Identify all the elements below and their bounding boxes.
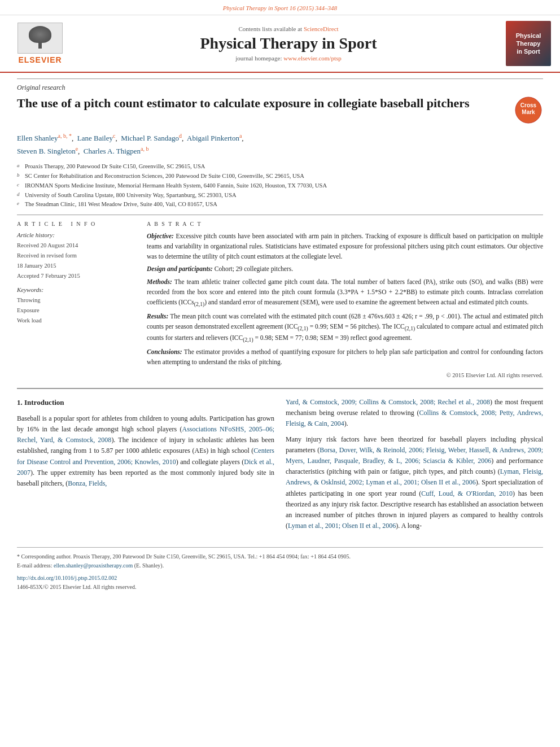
journal-title: Physical Therapy in Sport (77, 34, 500, 53)
article-title-row: The use of a pitch count estimator to ca… (17, 95, 543, 125)
author-abigail-pinkerton: Abigail Pinkerton (187, 134, 239, 142)
ref-link-6[interactable]: Collins & Comstock, 2008; Petty, Andrews… (286, 409, 543, 427)
doi-link[interactable]: http://dx.doi.org/10.1016/j.ptsp.2015.02… (17, 575, 117, 581)
divider-1 (17, 215, 543, 215)
rights-note: 1466-853X/© 2015 Elsevier Ltd. All right… (17, 583, 543, 592)
affil-b: b SC Center for Rehabilitation and Recon… (17, 172, 543, 181)
body-divider (17, 388, 543, 389)
keyword-exposure: Exposure (17, 305, 135, 316)
svg-text:Cross: Cross (520, 102, 537, 108)
body-left-para1: Baseball is a popular sport for athletes… (17, 413, 274, 489)
corresponding-author-note: * Corresponding author. Proaxis Therapy,… (17, 552, 543, 561)
abstract-heading: A B S T R A C T (147, 221, 543, 227)
author-michael-sandago: Michael P. Sandago (121, 134, 179, 142)
affiliations: a Proaxis Therapy, 200 Patewood Dr Suite… (17, 162, 543, 209)
affil-d: d University of South Carolina Upstate, … (17, 191, 543, 200)
author-ellen-shanley: Ellen Shanley (17, 134, 58, 142)
author-lane-bailey: Lane Bailey (77, 134, 113, 142)
abstract-design: Design and participants: Cohort; 29 coll… (147, 264, 543, 274)
abstract-results: Results: The mean pitch count was correl… (147, 312, 543, 344)
crossmark-icon: Cross Mark (514, 96, 542, 124)
body-right-para2: Many injury risk factors have been theor… (286, 434, 543, 532)
crossmark-badge: Cross Mark (514, 95, 543, 125)
info-abstract-cols: A R T I C L E I N F O Article history: R… (17, 221, 543, 380)
abstract-copyright: © 2015 Elsevier Ltd. All rights reserved… (147, 371, 543, 380)
journal-homepage: journal homepage: www.elsevier.com/ptsp (77, 55, 500, 62)
sciencedirect-info: Contents lists available at ScienceDirec… (77, 25, 500, 32)
author-charles-thigpen: Charles A. Thigpen (84, 147, 141, 155)
abstract-conclusions: Conclusions: The estimator provides a me… (147, 347, 543, 368)
ref-link-2[interactable]: Centers for Disease Control and Preventi… (17, 447, 274, 465)
journal-logo-right: Physical Therapy in Sport (506, 21, 551, 66)
keyword-workload: Work load (17, 316, 135, 326)
keywords-label: Keywords: (17, 286, 135, 293)
article-info-col: A R T I C L E I N F O Article history: R… (17, 221, 135, 380)
email-link[interactable]: ellen.shanley@proaxistherapy.com (54, 562, 133, 569)
email-note: E-mail address: ellen.shanley@proaxisthe… (17, 561, 543, 570)
ref-link-10[interactable]: Lyman et al., 2001; Olsen II et al., 200… (288, 522, 396, 530)
journal-ref-link[interactable]: Physical Therapy in Sport 16 (2015) 344–… (223, 5, 337, 11)
body-content: 1. Introduction Baseball is a popular sp… (17, 397, 543, 536)
body-col-right: Yard, & Comstock, 2009; Collins & Comsto… (286, 397, 543, 536)
ref-link-1[interactable]: Associations NFoSHS, 2005–06; Rechel, Ya… (17, 425, 274, 444)
accepted-date: Accepted 7 February 2015 (17, 271, 135, 281)
received-date: Received 20 August 2014 (17, 241, 135, 251)
ref-link-9[interactable]: Cuff, Loud, & O'Riordan, 2010 (421, 490, 513, 497)
keywords-list: Throwing Exposure Work load (17, 295, 135, 326)
ref-link-5[interactable]: Yard, & Comstock, 2009; Collins & Comsto… (286, 398, 490, 406)
doi-row: http://dx.doi.org/10.1016/j.ptsp.2015.02… (17, 574, 543, 583)
abstract-text: Objective: Excessive pitch counts have b… (147, 231, 543, 380)
affil-e: e The Steadman Clinic, 181 West Meadow D… (17, 200, 543, 209)
abstract-col: A B S T R A C T Objective: Excessive pit… (147, 221, 543, 380)
abstract-methods: Methods: The team athletic trainer colle… (147, 277, 543, 309)
elsevier-wordmark: ELSEVIER (18, 55, 62, 64)
keyword-throwing: Throwing (17, 295, 135, 305)
ref-link-8[interactable]: Lyman, Fleisig, Andrews, & Osklnsid, 200… (286, 468, 543, 486)
article-type: Original research (17, 78, 543, 92)
author-steven-singleton: Steven B. Singleton (17, 147, 76, 155)
history-dates: Received 20 August 2014 Received in revi… (17, 241, 135, 281)
journal-center-header: Contents lists available at ScienceDirec… (77, 25, 500, 62)
abstract-objective: Objective: Excessive pitch counts have b… (147, 231, 543, 261)
revised-date: Received in revised form 18 January 2015 (17, 251, 135, 271)
footer-notes: * Corresponding author. Proaxis Therapy,… (17, 547, 543, 592)
section1-heading: 1. Introduction (17, 397, 274, 409)
journal-header: ELSEVIER Contents lists available at Sci… (0, 15, 560, 73)
article-title: The use of a pitch count estimator to ca… (17, 95, 508, 112)
sciencedirect-link[interactable]: ScienceDirect (304, 25, 339, 32)
authors-list: Ellen Shanleya, b, *, Lane Baileyc, Mich… (17, 132, 543, 158)
article-info-heading: A R T I C L E I N F O (17, 221, 135, 227)
top-bar: Physical Therapy in Sport 16 (2015) 344–… (0, 0, 560, 15)
body-col-left: 1. Introduction Baseball is a popular sp… (17, 397, 274, 536)
elsevier-logo-area: ELSEVIER (9, 23, 71, 64)
svg-text:Mark: Mark (522, 109, 535, 115)
history-label: Article history: (17, 231, 135, 238)
affil-c: c IRONMAN Sports Medicine Institute, Mem… (17, 181, 543, 190)
body-right-para1: Yard, & Comstock, 2009; Collins & Comsto… (286, 397, 543, 430)
elsevier-tree-icon (18, 23, 63, 54)
affil-a: a Proaxis Therapy, 200 Patewood Dr Suite… (17, 162, 543, 171)
article-container: Original research The use of a pitch cou… (0, 73, 560, 603)
ref-link-4[interactable]: Bonza, Fields, (68, 479, 107, 487)
ref-link-7[interactable]: Borsa, Dover, Wilk, & Reinold, 2006; Fle… (286, 446, 543, 465)
homepage-link[interactable]: www.elsevier.com/ptsp (283, 55, 342, 62)
